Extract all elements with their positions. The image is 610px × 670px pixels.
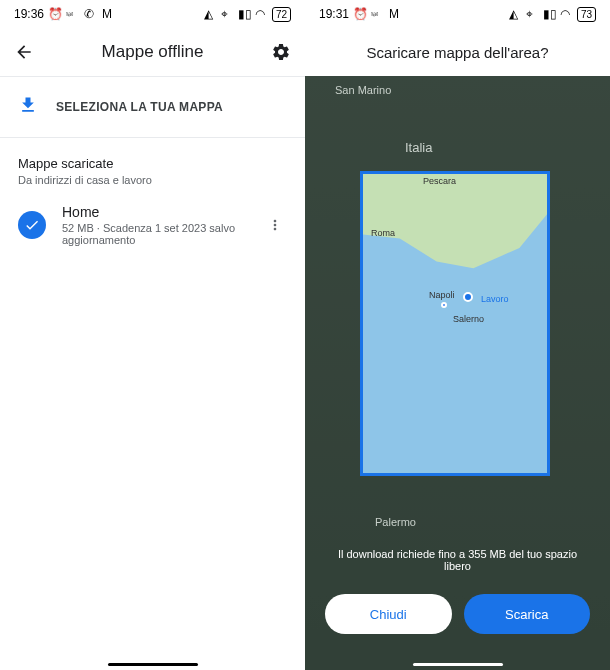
location-icon: ◭ (204, 7, 218, 21)
arrow-left-icon (14, 42, 34, 62)
action-buttons: Chiudi Scarica (305, 594, 610, 634)
map-label-italia: Italia (405, 140, 432, 155)
app-header: Mappe offline (0, 28, 305, 76)
back-button[interactable] (12, 40, 36, 64)
nfc-icon: ⎃ (371, 7, 385, 21)
offline-map-item[interactable]: Home 52 MB · Scadenza 1 set 2023 salvo a… (0, 190, 305, 260)
status-time: 19:31 (319, 7, 349, 21)
page-title: Mappe offline (56, 42, 249, 62)
map-item-meta: 52 MB · Scadenza 1 set 2023 salvo aggior… (62, 222, 247, 246)
status-time: 19:36 (14, 7, 44, 21)
map-pin-lavoro (463, 292, 473, 302)
map-land (363, 174, 547, 309)
map-label-palermo: Palermo (375, 516, 416, 528)
map-label-sanmarino: San Marino (335, 84, 391, 96)
signal-icon: ▮▯ (238, 7, 252, 21)
location-icon: ◭ (509, 7, 523, 21)
gear-icon (271, 42, 291, 62)
map-label-lavoro: Lavoro (481, 294, 509, 304)
select-map-label: SELEZIONA LA TUA MAPPA (56, 100, 223, 114)
map-selection-box[interactable]: Pescara Roma Napoli Lavoro Salerno (360, 171, 550, 476)
download-icon (18, 95, 38, 119)
bluetooth-icon: ⌖ (526, 7, 540, 21)
section-subtitle: Da indirizzi di casa e lavoro (18, 174, 287, 186)
nav-bar[interactable] (108, 663, 198, 666)
checkmark-icon (24, 217, 40, 233)
map-pin-napoli (441, 302, 447, 308)
whatsapp-icon: ✆ (84, 7, 98, 21)
nav-bar[interactable] (413, 663, 503, 666)
wifi-icon: ◠ (255, 7, 269, 21)
alarm-icon: ⏰ (353, 7, 367, 21)
battery-indicator: 72 (272, 7, 291, 22)
map-label-pescara: Pescara (423, 176, 456, 186)
map-item-name: Home (62, 204, 247, 220)
more-vert-icon (267, 217, 283, 233)
gmail-icon: M (389, 7, 403, 21)
downloaded-maps-section: Mappe scaricate Da indirizzi di casa e l… (0, 138, 305, 190)
select-your-map-button[interactable]: SELEZIONA LA TUA MAPPA (0, 76, 305, 138)
close-button[interactable]: Chiudi (325, 594, 452, 634)
status-bar: 19:31 ⏰ ⎃ M ◭ ⌖ ▮▯ ◠ 73 (305, 0, 610, 28)
map-badge-icon (18, 211, 46, 239)
map-label-napoli: Napoli (429, 290, 455, 300)
battery-indicator: 73 (577, 7, 596, 22)
download-button[interactable]: Scarica (464, 594, 591, 634)
map-label-salerno: Salerno (453, 314, 484, 324)
map-item-more-button[interactable] (263, 213, 287, 237)
download-area-header: Scaricare mappa dell'area? (305, 28, 610, 76)
alarm-icon: ⏰ (48, 7, 62, 21)
map-label-roma: Roma (371, 228, 395, 238)
wifi-icon: ◠ (560, 7, 574, 21)
nfc-icon: ⎃ (66, 7, 80, 21)
map-viewport[interactable]: San Marino Italia Palermo Pescara Roma N… (305, 76, 610, 670)
download-area-title: Scaricare mappa dell'area? (366, 44, 548, 61)
gmail-icon: M (102, 7, 116, 21)
settings-button[interactable] (269, 40, 293, 64)
signal-icon: ▮▯ (543, 7, 557, 21)
section-title: Mappe scaricate (18, 156, 287, 171)
download-size-info: Il download richiede fino a 355 MB del t… (305, 548, 610, 572)
status-bar: 19:36 ⏰ ⎃ ✆ M ◭ ⌖ ▮▯ ◠ 72 (0, 0, 305, 28)
bluetooth-icon: ⌖ (221, 7, 235, 21)
